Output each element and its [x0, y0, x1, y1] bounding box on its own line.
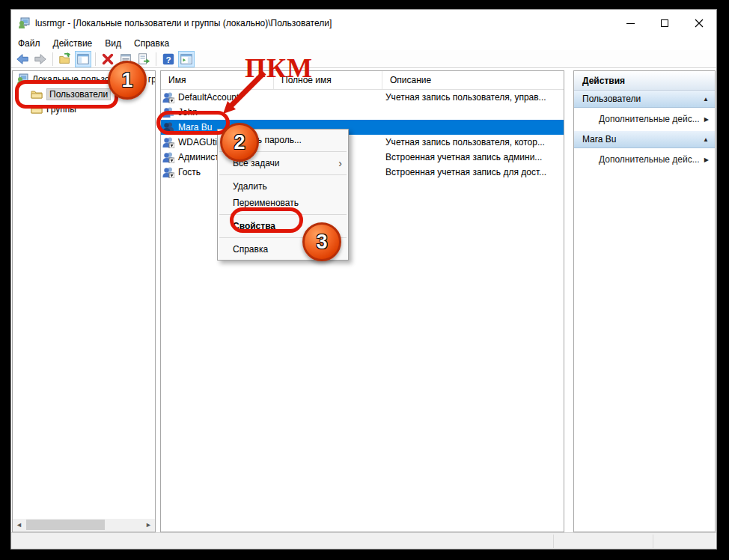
- folder-icon: [31, 103, 43, 115]
- user-description: Учетная запись пользователя, управ...: [382, 92, 564, 103]
- user-selected-icon: [162, 121, 174, 133]
- maximize-icon: [661, 19, 668, 27]
- maximize-button[interactable]: [647, 10, 682, 37]
- tree-root-node[interactable]: Локальные пользователи и гру: [13, 72, 156, 87]
- column-header-fullname[interactable]: Полное имя: [274, 71, 382, 89]
- minimize-icon: [626, 23, 635, 24]
- actions-pane-title: Действия: [574, 71, 715, 91]
- menu-bar: Файл Действие Вид Справка: [11, 37, 716, 50]
- column-header-description[interactable]: Описание: [382, 71, 564, 89]
- collapse-icon[interactable]: ▲: [703, 96, 709, 103]
- svg-text:?: ?: [165, 54, 171, 64]
- close-button[interactable]: [682, 10, 716, 37]
- tree-root-label: Локальные пользователи и гру: [32, 74, 156, 85]
- actions-item-more-actions-users[interactable]: Дополнительные дейс... ▶: [574, 111, 715, 127]
- tree-node-groups-label: Группы: [46, 104, 76, 115]
- actions-item-label: Дополнительные дейс...: [599, 114, 704, 124]
- properties-button[interactable]: [118, 51, 134, 67]
- export-folder-button[interactable]: [57, 51, 73, 67]
- actions-pane: Действия Пользователи ▲ Дополнительные д…: [573, 70, 716, 532]
- menu-separator: [219, 174, 347, 175]
- toolbar-separator: [52, 52, 53, 66]
- user-row-john[interactable]: John: [161, 105, 564, 120]
- scroll-left-icon[interactable]: ◄: [13, 519, 25, 531]
- user-description: Учетная запись пользователя, котор...: [382, 137, 564, 147]
- user-row-defaultaccount[interactable]: DefaultAccount Учетная запись пользовате…: [161, 90, 564, 105]
- user-disabled-icon: [162, 91, 174, 103]
- scrollbar-thumb[interactable]: [26, 520, 105, 530]
- user-description: Встроенная учетная запись для дост...: [382, 167, 564, 177]
- actions-item-more-actions-mara-bu[interactable]: Дополнительные дейс... ▶: [574, 151, 715, 168]
- screenshot-root: lusrmgr - [Локальные пользователи и груп…: [0, 0, 729, 560]
- context-menu-item-help[interactable]: Справка: [218, 241, 348, 258]
- user-name: Гость: [178, 167, 201, 177]
- menu-file[interactable]: Файл: [18, 38, 40, 49]
- help-button[interactable]: ?: [160, 51, 177, 67]
- export-folder-icon: [58, 52, 72, 66]
- close-icon: [695, 19, 704, 28]
- tree-node-users-label: Пользователи: [46, 88, 111, 100]
- actions-section-users[interactable]: Пользователи ▲: [574, 91, 715, 108]
- user-icon: [162, 106, 174, 118]
- window-title: lusrmgr - [Локальные пользователи и груп…: [35, 18, 332, 28]
- show-console-tree-icon: [76, 52, 90, 66]
- context-menu-item-set-password[interactable]: Задать пароль...: [218, 132, 348, 148]
- status-separator: [653, 535, 653, 548]
- menu-separator: [219, 214, 347, 215]
- export-list-icon: [137, 52, 150, 66]
- menu-action[interactable]: Действие: [53, 38, 93, 49]
- submenu-right-icon: ▶: [704, 156, 709, 163]
- computer-users-icon: [16, 73, 28, 85]
- status-separator: [553, 535, 554, 548]
- forward-icon: [34, 52, 47, 66]
- user-description: Встроенная учетная запись админи...: [382, 152, 564, 162]
- toolbar-separator: [95, 52, 96, 66]
- tree-horizontal-scrollbar[interactable]: ◄ ►: [13, 519, 155, 531]
- toolbar: ?: [11, 50, 716, 68]
- user-name: Mara Bu: [178, 122, 212, 133]
- collapse-icon[interactable]: ▲: [703, 136, 709, 143]
- actions-section-users-title: Пользователи: [582, 94, 703, 104]
- menu-help[interactable]: Справка: [134, 38, 169, 49]
- actions-section-mara-bu[interactable]: Mara Bu ▲: [574, 131, 715, 148]
- show-console-tree-button[interactable]: [75, 51, 91, 67]
- minimize-button[interactable]: [613, 10, 647, 37]
- context-menu-item-all-tasks[interactable]: Все задачи›: [218, 155, 348, 171]
- export-list-button[interactable]: [135, 51, 152, 67]
- app-icon: [18, 17, 30, 29]
- back-button[interactable]: [14, 51, 31, 67]
- context-menu: Задать пароль... Все задачи› Удалить Пер…: [217, 129, 349, 261]
- back-icon: [16, 52, 29, 66]
- forward-button[interactable]: [32, 51, 49, 67]
- show-action-pane-button[interactable]: [178, 51, 195, 67]
- context-menu-item-delete[interactable]: Удалить: [218, 178, 348, 195]
- tree-node-users[interactable]: Пользователи: [13, 87, 156, 102]
- context-menu-item-rename[interactable]: Переименовать: [218, 195, 348, 211]
- user-name: DefaultAccount: [178, 92, 239, 103]
- properties-icon: [119, 52, 132, 66]
- user-disabled-icon: [162, 151, 174, 163]
- menu-separator: [219, 151, 347, 152]
- show-action-pane-icon: [180, 52, 193, 66]
- scroll-right-icon[interactable]: ►: [142, 519, 155, 531]
- actions-section-mara-bu-title: Mara Bu: [582, 134, 703, 144]
- column-header-name[interactable]: Имя: [161, 71, 274, 89]
- title-bar: lusrmgr - [Локальные пользователи и груп…: [11, 10, 716, 37]
- menu-view[interactable]: Вид: [105, 38, 121, 49]
- user-name: John: [178, 107, 198, 118]
- actions-item-label: Дополнительные дейс...: [599, 154, 704, 165]
- delete-icon: [101, 52, 115, 66]
- scrollbar-track[interactable]: [25, 519, 142, 531]
- user-disabled-icon: [162, 166, 174, 178]
- user-disabled-icon: [162, 136, 174, 148]
- status-bar: [11, 532, 716, 549]
- folder-icon: [31, 88, 43, 100]
- submenu-arrow-icon: ›: [338, 159, 342, 167]
- context-menu-item-properties[interactable]: Свойства: [218, 218, 348, 234]
- menu-separator: [219, 237, 347, 238]
- delete-button[interactable]: [100, 51, 116, 67]
- lusrmgr-window: lusrmgr - [Локальные пользователи и груп…: [10, 9, 717, 550]
- tree-node-groups[interactable]: Группы: [13, 102, 156, 117]
- toolbar-separator: [156, 52, 156, 66]
- submenu-right-icon: ▶: [704, 116, 709, 123]
